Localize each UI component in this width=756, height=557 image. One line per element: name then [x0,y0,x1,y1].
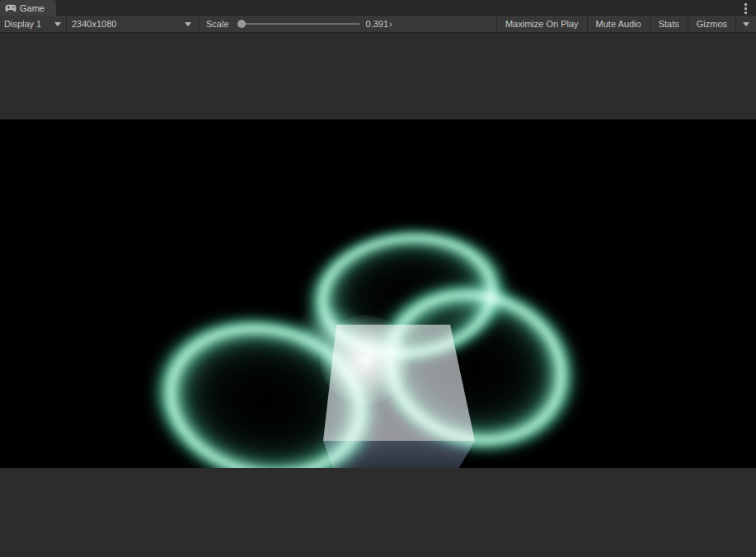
display-dropdown-value: Display 1 [4,19,54,29]
toolbar-button-group: Maximize On Play Mute Audio Stats Gizmos [496,16,756,33]
gizmos-button[interactable]: Gizmos [688,16,756,33]
chevron-down-icon [185,22,191,26]
kebab-menu-icon[interactable] [740,2,750,14]
maximize-on-play-button[interactable]: Maximize On Play [496,16,587,33]
toolbar-separator [735,16,736,33]
bubble-intersection-hotspot [320,315,411,405]
chevron-down-icon [743,22,749,26]
tab-game-label: Game [20,3,45,13]
chevron-down-icon [54,22,61,26]
game-view-toolbar: Display 1 2340x1080 Scale 0.391 › Maximi… [0,16,756,33]
maximize-on-play-label: Maximize On Play [505,19,579,29]
display-dropdown[interactable]: Display 1 [0,16,66,33]
game-render-area[interactable] [0,119,756,468]
gizmos-label: Gizmos [697,19,727,29]
scale-slider[interactable] [237,20,360,28]
mute-audio-button[interactable]: Mute Audio [587,16,650,33]
scale-slider-knob[interactable] [237,20,246,28]
stats-button[interactable]: Stats [650,16,688,33]
mute-audio-label: Mute Audio [596,19,641,29]
resolution-dropdown[interactable]: 2340x1080 [67,16,198,33]
scale-slider-track[interactable] [245,23,359,25]
resolution-dropdown-value: 2340x1080 [72,19,185,29]
game-view-letterbox [0,33,756,557]
stats-label: Stats [659,19,679,29]
tab-bar: Game [0,0,756,16]
scale-value: 0.391 [366,19,389,29]
gamepad-icon [5,4,16,12]
scale-value-suffix: › [389,19,392,29]
scale-label: Scale [206,19,229,29]
scale-control: Scale 0.391 › [199,16,496,33]
unity-game-window: Game Display 1 2340x1080 Scale 0.391 › [0,0,756,557]
tab-game[interactable]: Game [0,0,56,16]
